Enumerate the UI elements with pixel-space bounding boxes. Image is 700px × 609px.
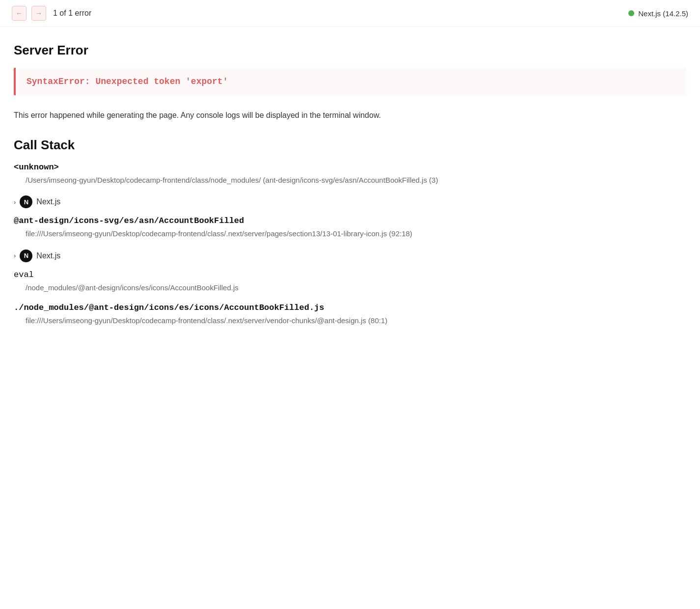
frame-2-file: file:///Users/imseong-gyun/Desktop/codec… (26, 228, 686, 240)
error-description: This error happened while generating the… (14, 109, 686, 122)
nextjs-label-1: Next.js (36, 197, 60, 206)
error-count: 1 of 1 error (53, 9, 91, 18)
next-error-button[interactable]: → (31, 6, 46, 21)
stack-frame-0: <unknown> /Users/imseong-gyun/Desktop/co… (14, 163, 686, 186)
stack-frame-5: ./node_modules/@ant-design/icons/es/icon… (14, 303, 686, 327)
top-bar-left: ← → 1 of 1 error (12, 6, 91, 21)
nextjs-badge-1: N (20, 195, 32, 208)
error-message: SyntaxError: Unexpected token 'export' (27, 77, 675, 86)
call-stack-title: Call Stack (14, 138, 686, 153)
top-bar: ← → 1 of 1 error Next.js (14.2.5) (0, 0, 700, 27)
frame-4-name: eval (14, 270, 686, 279)
frame-4-file: /node_modules/@ant-design/icons/es/icons… (26, 282, 686, 294)
nextjs-row-1[interactable]: › N Next.js (14, 195, 686, 208)
stack-frame-2: @ant-design/icons-svg/es/asn/AccountBook… (14, 216, 686, 240)
top-bar-right: Next.js (14.2.5) (628, 9, 688, 18)
status-dot (628, 10, 634, 16)
framework-label: Next.js (14.2.5) (638, 9, 688, 18)
chevron-right-icon-1: › (14, 198, 16, 206)
nextjs-row-2[interactable]: › N Next.js (14, 249, 686, 262)
frame-2-name: @ant-design/icons-svg/es/asn/AccountBook… (14, 216, 686, 225)
error-block: SyntaxError: Unexpected token 'export' (14, 68, 686, 95)
nextjs-label-2: Next.js (36, 251, 60, 260)
server-error-title: Server Error (14, 43, 686, 58)
frame-5-file: file:///Users/imseong-gyun/Desktop/codec… (26, 315, 686, 327)
frame-5-name: ./node_modules/@ant-design/icons/es/icon… (14, 303, 686, 312)
prev-error-button[interactable]: ← (12, 6, 27, 21)
stack-frame-4: eval /node_modules/@ant-design/icons/es/… (14, 270, 686, 294)
next-icon: → (35, 9, 42, 17)
nextjs-badge-2: N (20, 249, 32, 262)
frame-0-name: <unknown> (14, 163, 686, 172)
prev-icon: ← (16, 9, 23, 17)
main-content: Server Error SyntaxError: Unexpected tok… (0, 27, 700, 352)
frame-0-file: /Users/imseong-gyun/Desktop/codecamp-fro… (26, 175, 686, 186)
chevron-right-icon-2: › (14, 252, 16, 259)
